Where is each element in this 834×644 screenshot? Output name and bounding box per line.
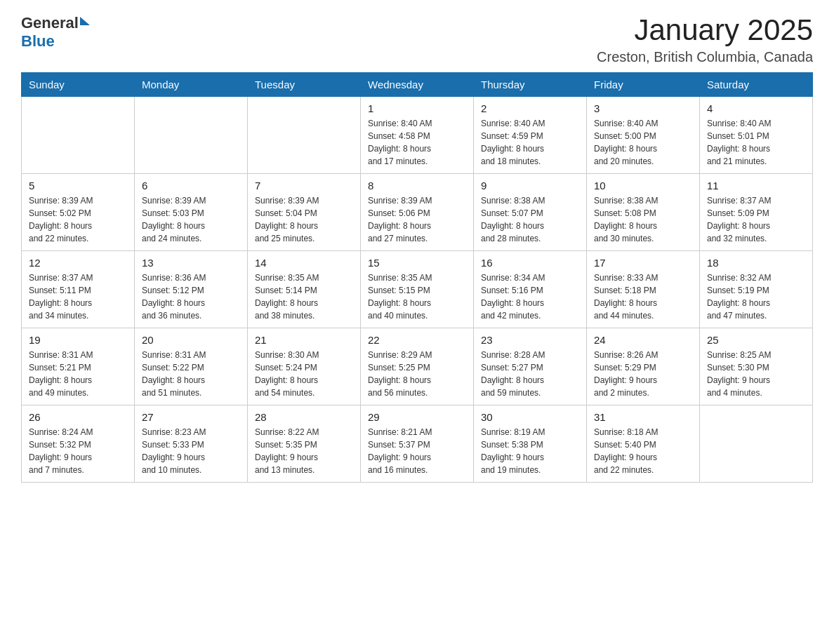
day-number: 26 [29,411,127,423]
calendar-week-row: 5Sunrise: 8:39 AMSunset: 5:02 PMDaylight… [22,174,813,251]
logo: General Blue [21,14,90,51]
day-info: Sunrise: 8:38 AMSunset: 5:08 PMDaylight:… [594,194,692,245]
day-number: 23 [481,334,579,346]
day-info: Sunrise: 8:25 AMSunset: 5:30 PMDaylight:… [707,349,805,399]
day-number: 30 [481,411,579,423]
day-number: 28 [255,411,353,423]
calendar-day-cell: 28Sunrise: 8:22 AMSunset: 5:35 PMDayligh… [248,405,361,483]
calendar-day-cell: 19Sunrise: 8:31 AMSunset: 5:21 PMDayligh… [22,328,135,405]
day-number: 25 [707,334,805,346]
day-info: Sunrise: 8:26 AMSunset: 5:29 PMDaylight:… [594,349,692,399]
day-info: Sunrise: 8:38 AMSunset: 5:07 PMDaylight:… [481,194,579,245]
day-info: Sunrise: 8:18 AMSunset: 5:40 PMDaylight:… [594,426,692,476]
day-info: Sunrise: 8:31 AMSunset: 5:21 PMDaylight:… [29,349,127,399]
calendar-day-cell: 22Sunrise: 8:29 AMSunset: 5:25 PMDayligh… [361,328,474,405]
calendar-day-cell: 14Sunrise: 8:35 AMSunset: 5:14 PMDayligh… [248,251,361,328]
calendar-day-cell: 25Sunrise: 8:25 AMSunset: 5:30 PMDayligh… [700,328,813,405]
day-number: 27 [142,411,240,423]
calendar-day-header: Friday [587,73,700,97]
day-info: Sunrise: 8:32 AMSunset: 5:19 PMDaylight:… [707,271,805,322]
day-info: Sunrise: 8:39 AMSunset: 5:06 PMDaylight:… [368,194,466,245]
location-title: Creston, British Columbia, Canada [597,49,813,65]
day-info: Sunrise: 8:40 AMSunset: 5:00 PMDaylight:… [594,117,692,168]
day-info: Sunrise: 8:23 AMSunset: 5:33 PMDaylight:… [142,426,240,476]
day-info: Sunrise: 8:39 AMSunset: 5:04 PMDaylight:… [255,194,353,245]
calendar-day-cell [700,405,813,483]
day-number: 29 [368,411,466,423]
day-info: Sunrise: 8:35 AMSunset: 5:15 PMDaylight:… [368,271,466,322]
calendar-day-cell: 9Sunrise: 8:38 AMSunset: 5:07 PMDaylight… [474,174,587,251]
calendar-day-cell: 11Sunrise: 8:37 AMSunset: 5:09 PMDayligh… [700,174,813,251]
calendar-header-row: SundayMondayTuesdayWednesdayThursdayFrid… [22,73,813,97]
day-number: 14 [255,257,353,269]
title-block: January 2025 Creston, British Columbia, … [597,14,813,65]
calendar-day-cell [248,97,361,174]
calendar-day-cell: 15Sunrise: 8:35 AMSunset: 5:15 PMDayligh… [361,251,474,328]
day-number: 17 [594,257,692,269]
calendar-day-cell: 26Sunrise: 8:24 AMSunset: 5:32 PMDayligh… [22,405,135,483]
calendar-day-cell: 27Sunrise: 8:23 AMSunset: 5:33 PMDayligh… [135,405,248,483]
day-number: 16 [481,257,579,269]
calendar-day-header: Tuesday [248,73,361,97]
day-info: Sunrise: 8:40 AMSunset: 5:01 PMDaylight:… [707,117,805,168]
calendar-day-header: Saturday [700,73,813,97]
day-number: 2 [481,102,579,114]
day-number: 22 [368,334,466,346]
calendar-day-cell: 7Sunrise: 8:39 AMSunset: 5:04 PMDaylight… [248,174,361,251]
day-number: 31 [594,411,692,423]
day-number: 10 [594,180,692,192]
day-number: 24 [594,334,692,346]
calendar-day-cell: 13Sunrise: 8:36 AMSunset: 5:12 PMDayligh… [135,251,248,328]
day-info: Sunrise: 8:40 AMSunset: 4:59 PMDaylight:… [481,117,579,168]
day-info: Sunrise: 8:39 AMSunset: 5:02 PMDaylight:… [29,194,127,245]
calendar-day-cell: 23Sunrise: 8:28 AMSunset: 5:27 PMDayligh… [474,328,587,405]
day-number: 20 [142,334,240,346]
day-info: Sunrise: 8:22 AMSunset: 5:35 PMDaylight:… [255,426,353,476]
calendar-week-row: 19Sunrise: 8:31 AMSunset: 5:21 PMDayligh… [22,328,813,405]
calendar-day-cell: 10Sunrise: 8:38 AMSunset: 5:08 PMDayligh… [587,174,700,251]
calendar-day-header: Wednesday [361,73,474,97]
calendar-week-row: 1Sunrise: 8:40 AMSunset: 4:58 PMDaylight… [22,97,813,174]
day-info: Sunrise: 8:31 AMSunset: 5:22 PMDaylight:… [142,349,240,399]
calendar-day-cell [22,97,135,174]
day-number: 19 [29,334,127,346]
day-number: 11 [707,180,805,192]
calendar-day-cell: 2Sunrise: 8:40 AMSunset: 4:59 PMDaylight… [474,97,587,174]
calendar-day-header: Thursday [474,73,587,97]
calendar-day-cell: 29Sunrise: 8:21 AMSunset: 5:37 PMDayligh… [361,405,474,483]
calendar-day-cell: 17Sunrise: 8:33 AMSunset: 5:18 PMDayligh… [587,251,700,328]
calendar-day-cell: 4Sunrise: 8:40 AMSunset: 5:01 PMDaylight… [700,97,813,174]
calendar-day-cell: 16Sunrise: 8:34 AMSunset: 5:16 PMDayligh… [474,251,587,328]
calendar-day-cell: 1Sunrise: 8:40 AMSunset: 4:58 PMDaylight… [361,97,474,174]
day-info: Sunrise: 8:19 AMSunset: 5:38 PMDaylight:… [481,426,579,476]
day-info: Sunrise: 8:40 AMSunset: 4:58 PMDaylight:… [368,117,466,168]
day-info: Sunrise: 8:29 AMSunset: 5:25 PMDaylight:… [368,349,466,399]
day-info: Sunrise: 8:35 AMSunset: 5:14 PMDaylight:… [255,271,353,322]
day-number: 21 [255,334,353,346]
day-number: 9 [481,180,579,192]
calendar-day-cell: 31Sunrise: 8:18 AMSunset: 5:40 PMDayligh… [587,405,700,483]
calendar-day-cell: 21Sunrise: 8:30 AMSunset: 5:24 PMDayligh… [248,328,361,405]
day-number: 6 [142,180,240,192]
calendar-day-cell: 3Sunrise: 8:40 AMSunset: 5:00 PMDaylight… [587,97,700,174]
day-info: Sunrise: 8:28 AMSunset: 5:27 PMDaylight:… [481,349,579,399]
calendar-day-cell: 24Sunrise: 8:26 AMSunset: 5:29 PMDayligh… [587,328,700,405]
day-info: Sunrise: 8:39 AMSunset: 5:03 PMDaylight:… [142,194,240,245]
calendar-week-row: 12Sunrise: 8:37 AMSunset: 5:11 PMDayligh… [22,251,813,328]
logo-general-text: General [21,14,79,32]
calendar-day-header: Monday [135,73,248,97]
calendar-day-cell [135,97,248,174]
day-number: 5 [29,180,127,192]
day-number: 15 [368,257,466,269]
day-info: Sunrise: 8:36 AMSunset: 5:12 PMDaylight:… [142,271,240,322]
day-number: 1 [368,102,466,114]
day-info: Sunrise: 8:37 AMSunset: 5:09 PMDaylight:… [707,194,805,245]
day-number: 8 [368,180,466,192]
day-info: Sunrise: 8:21 AMSunset: 5:37 PMDaylight:… [368,426,466,476]
day-number: 12 [29,257,127,269]
day-info: Sunrise: 8:24 AMSunset: 5:32 PMDaylight:… [29,426,127,476]
calendar-day-header: Sunday [22,73,135,97]
page-header: General Blue January 2025 Creston, Briti… [21,14,813,65]
day-info: Sunrise: 8:30 AMSunset: 5:24 PMDaylight:… [255,349,353,399]
calendar-day-cell: 12Sunrise: 8:37 AMSunset: 5:11 PMDayligh… [22,251,135,328]
